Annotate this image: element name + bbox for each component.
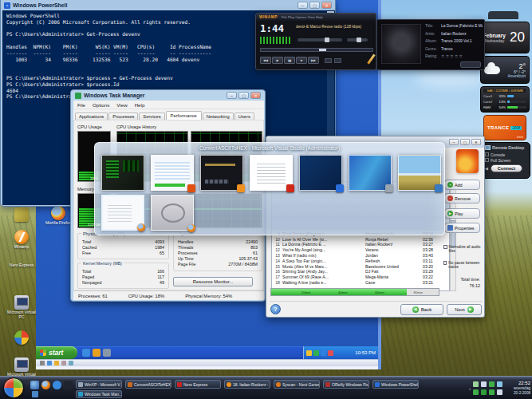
playlist-row[interactable]: 15Music (Alex M vs Marc... Basslovers Un… [272, 263, 449, 269]
album-art-gadget[interactable]: TRANCE2008 »»» [483, 115, 526, 140]
taskbar-button-powershell[interactable]: Windows PowerShell [372, 380, 419, 389]
thumbnail-winamp[interactable] [200, 155, 243, 191]
stop-button[interactable]: ■ [296, 57, 307, 64]
system-meter-gadget[interactable]: 3dB / 2223MB / 4095MB Core1 33% Core2 13… [480, 86, 530, 113]
seek-bar[interactable] [260, 48, 373, 52]
desktop-icon-winamp[interactable]: Winamp [6, 230, 37, 250]
pause-button[interactable]: ▮▮ [284, 57, 295, 64]
minimize-button[interactable]: – [227, 92, 237, 99]
play-button[interactable]: ▶Play [444, 208, 480, 219]
app-icon[interactable] [93, 349, 100, 357]
playlist-row[interactable]: 14A Step Too Far (origin... Refresh03:11 [272, 258, 449, 263]
thumbnail-nero-express[interactable] [151, 155, 194, 191]
toolbar-icon[interactable] [54, 361, 59, 365]
properties-button[interactable]: Properties [444, 223, 480, 233]
normalize-checkbox-row[interactable]: Normalize all audio files [443, 245, 482, 254]
tray-icon[interactable] [328, 350, 333, 356]
fullscreen-checkbox[interactable] [485, 158, 489, 162]
balance-slider[interactable] [347, 38, 368, 41]
connect-button[interactable]: Connect [491, 164, 522, 172]
menu-view[interactable]: View [116, 102, 127, 108]
xp-start-button[interactable]: start [36, 346, 77, 359]
no-pause-checkbox[interactable] [443, 261, 447, 265]
play-button[interactable]: ▶ [272, 57, 283, 64]
ie-icon[interactable] [82, 349, 90, 357]
tab-services[interactable]: Services [139, 113, 164, 120]
toolbar-icon[interactable] [47, 361, 52, 365]
show-desktop-icon[interactable] [32, 391, 38, 397]
playlist-row[interactable]: 16Shining Star (Andy Jay... DJ Fait03:29 [272, 269, 449, 275]
taskbar-button-winamp-track[interactable]: 18. Italian Rockerz -... [224, 380, 270, 389]
back-button[interactable]: ◀Back [400, 304, 443, 315]
tray-icon[interactable] [489, 381, 495, 387]
eq-button[interactable] [325, 58, 332, 63]
powershell-titlebar[interactable]: > Windows PowerShell – ▢ ✕ [1, 0, 335, 10]
tray-collapse-arrow[interactable]: ‹ [469, 386, 471, 391]
winamp-menu[interactable]: File Play Options View Help [282, 15, 323, 19]
close-button[interactable]: ✕ [471, 139, 481, 145]
start-orb[interactable] [3, 377, 24, 398]
close-button[interactable]: ✕ [250, 92, 261, 99]
tray-icon[interactable] [497, 381, 502, 387]
tray-icon[interactable] [306, 350, 312, 356]
tray-icon[interactable] [481, 381, 487, 387]
help-button[interactable]: ? [270, 304, 281, 314]
desktop-icon-nero[interactable]: Nero Express [6, 263, 37, 268]
ie-icon[interactable] [53, 381, 61, 389]
tab-applications[interactable]: Applications [75, 113, 108, 120]
tab-users[interactable]: Users [234, 113, 254, 120]
thumbnail-desktop[interactable] [349, 155, 392, 191]
tray-icon[interactable] [473, 389, 479, 395]
window-icon[interactable] [30, 381, 39, 389]
next-button[interactable]: Next▶ [447, 304, 482, 315]
playlist-button[interactable] [334, 58, 341, 63]
thumbnail-powershell[interactable] [299, 155, 342, 191]
menu-file[interactable]: File [77, 102, 85, 108]
desktop-icon[interactable] [6, 207, 37, 223]
taskbar-button-task-manager[interactable]: Windows Task Man... [76, 390, 122, 398]
menu-help[interactable]: Help [135, 102, 145, 108]
tab-performance[interactable]: Performance [166, 111, 202, 120]
thumbnail-pdf-document[interactable] [250, 155, 293, 191]
add-button[interactable]: +Add [444, 180, 480, 190]
calendar-gadget[interactable]: February Wednesday 20 [479, 22, 530, 53]
close-button[interactable]: ✕ [321, 2, 332, 9]
minimize-button[interactable]: – [449, 139, 459, 145]
app-icon[interactable] [103, 349, 111, 357]
previous-button[interactable]: ◀◀ [260, 57, 271, 64]
thumbnail-task-manager[interactable] [101, 155, 144, 191]
tray-icon[interactable] [313, 350, 319, 356]
playlist-row[interactable]: 17Summer Of 69 (Rave A... Mega-Mania03:2… [272, 275, 449, 280]
taskbar-button-visual-studio[interactable]: ConvertASCIIToHEX -... [125, 380, 171, 389]
app-icon[interactable] [64, 381, 73, 389]
playlist-row[interactable]: 18Walking A line (radio e... Cane03:21 [272, 280, 449, 286]
no-pause-checkbox-row[interactable]: No pause between tracks [443, 261, 482, 270]
toolbar-icon[interactable] [61, 361, 66, 365]
console-checkbox-row[interactable]: Console [485, 152, 526, 157]
tab-networking[interactable]: Networking [203, 113, 234, 120]
playlist-row[interactable]: 10Love Is All Over Me (si... Ronja Rebel… [272, 236, 449, 242]
next-button[interactable]: ▶▶ [308, 57, 319, 64]
tray-icon[interactable] [489, 389, 495, 395]
taskbar-button-winxp[interactable]: WinXP - Microsoft V... [76, 380, 122, 389]
normalize-checkbox[interactable] [443, 245, 447, 249]
gadget-tab[interactable] [488, 11, 518, 19]
tray-icon[interactable] [473, 381, 479, 387]
minimize-button[interactable]: – [298, 2, 308, 9]
tray-icon[interactable] [321, 350, 326, 356]
taskbar-button-syscan[interactable]: Syscan - Next Gener... [274, 380, 320, 389]
tray-icon[interactable] [481, 389, 487, 395]
volume-slider[interactable] [298, 38, 342, 41]
maximize-button[interactable]: ▢ [460, 139, 470, 145]
task-manager-titlebar[interactable]: Windows Task Manager – ▢ ✕ [71, 90, 265, 101]
taskbar-button-oreilly-pdf[interactable]: OReilly Windows Po... [323, 380, 369, 389]
taskbar-button-nero[interactable]: Nero Express [175, 380, 221, 389]
clock[interactable]: 22:52 woensdag 20-2-2008 [506, 381, 530, 397]
firefox-icon[interactable] [41, 381, 50, 389]
fullscreen-checkbox-row[interactable]: Full Screen [485, 157, 526, 163]
toolbar-icon[interactable] [69, 361, 73, 365]
weather-gadget[interactable]: 2° 6° / -2° Amersfoort [480, 56, 530, 84]
desktop-icon-virtual-pc[interactable]: Microsoft Virtual PC [6, 295, 37, 319]
console-checkbox[interactable] [485, 152, 489, 156]
tab-processes[interactable]: Processes [108, 113, 138, 120]
